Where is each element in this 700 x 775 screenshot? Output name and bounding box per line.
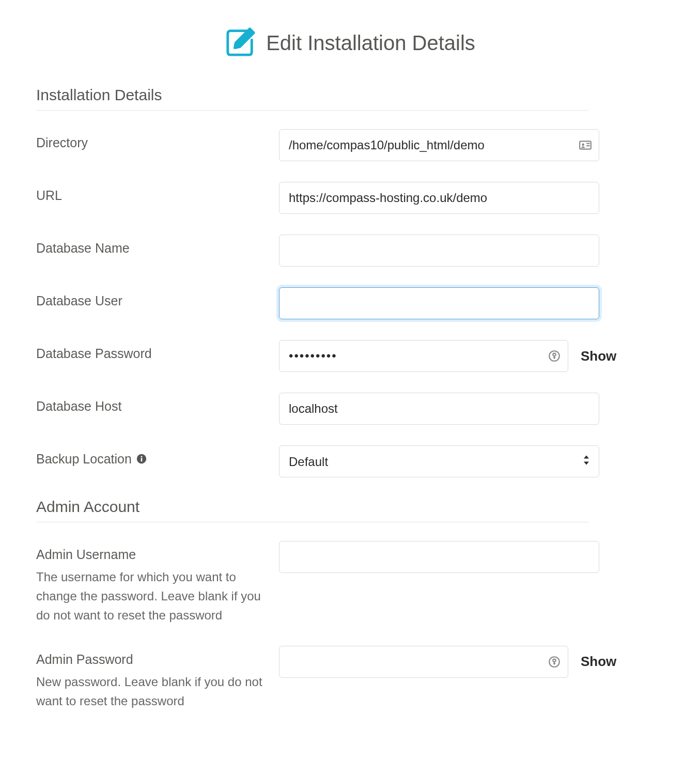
admin-user-help: The username for which you want to chang… <box>36 567 263 625</box>
row-backup: Backup Location Default <box>36 445 630 477</box>
db-user-label: Database User <box>36 293 263 308</box>
admin-user-input[interactable] <box>279 541 599 573</box>
edit-pencil-icon <box>225 26 257 60</box>
row-directory: Directory <box>36 129 630 161</box>
directory-label: Directory <box>36 135 263 150</box>
row-url: URL <box>36 182 630 214</box>
page-title-row: Edit Installation Details <box>36 26 664 60</box>
admin-pass-help: New password. Leave blank if you do not … <box>36 672 263 710</box>
page-title: Edit Installation Details <box>266 32 475 55</box>
url-label: URL <box>36 188 263 203</box>
db-name-label: Database Name <box>36 241 263 256</box>
section-heading-admin: Admin Account <box>36 498 664 516</box>
url-input[interactable] <box>279 182 599 214</box>
directory-input[interactable] <box>279 129 599 161</box>
row-admin-user: Admin Username The username for which yo… <box>36 541 630 625</box>
db-host-label: Database Host <box>36 399 263 414</box>
row-db-pass: Database Password Show <box>36 340 630 372</box>
admin-pass-input[interactable] <box>279 646 568 678</box>
db-pass-show[interactable]: Show <box>581 348 616 364</box>
row-db-host: Database Host <box>36 393 630 425</box>
backup-label: Backup Location <box>36 452 132 467</box>
section-rule <box>36 110 589 111</box>
row-db-name: Database Name <box>36 235 630 267</box>
section-heading-install: Installation Details <box>36 86 664 104</box>
section-rule <box>36 522 589 522</box>
svg-point-7 <box>141 456 142 457</box>
info-icon <box>136 453 147 466</box>
svg-rect-8 <box>141 458 143 461</box>
db-host-input[interactable] <box>279 393 599 425</box>
backup-select[interactable]: Default <box>279 445 599 477</box>
admin-pass-show[interactable]: Show <box>581 654 616 670</box>
db-name-input[interactable] <box>279 235 599 267</box>
db-pass-input[interactable] <box>279 340 568 372</box>
db-pass-label: Database Password <box>36 346 263 361</box>
admin-user-label: Admin Username <box>36 547 263 562</box>
admin-pass-label: Admin Password <box>36 652 263 667</box>
row-admin-pass: Admin Password New password. Leave blank… <box>36 646 630 710</box>
db-user-input[interactable] <box>279 287 599 319</box>
row-db-user: Database User <box>36 287 630 319</box>
